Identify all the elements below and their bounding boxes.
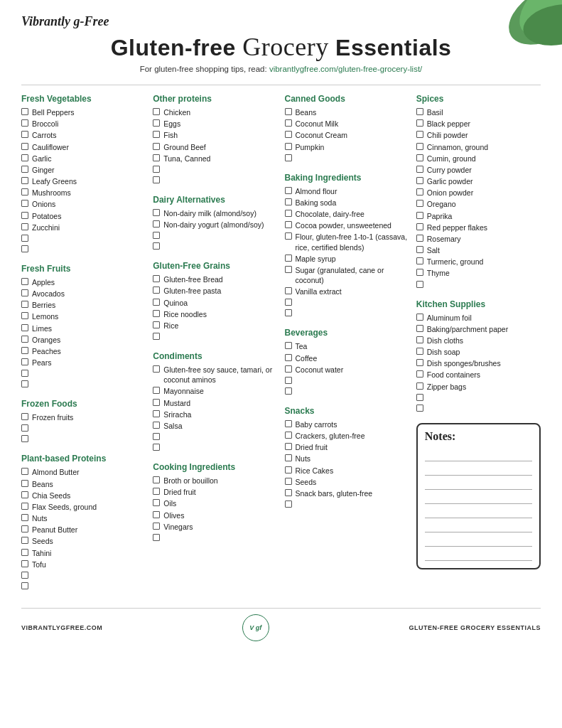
checkbox[interactable]: [153, 476, 160, 483]
checkbox[interactable]: [285, 420, 292, 427]
checkbox[interactable]: [153, 220, 160, 228]
checkbox[interactable]: [153, 333, 160, 340]
checkbox[interactable]: [153, 534, 160, 541]
checkbox[interactable]: [153, 422, 160, 429]
checkbox[interactable]: [285, 255, 292, 262]
checkbox[interactable]: [21, 289, 28, 296]
checkbox[interactable]: [21, 324, 28, 331]
checkbox[interactable]: [21, 278, 28, 285]
checkbox[interactable]: [416, 200, 423, 207]
checkbox[interactable]: [21, 166, 28, 173]
checkbox[interactable]: [416, 154, 423, 161]
checkbox[interactable]: [285, 198, 292, 205]
checkbox[interactable]: [21, 525, 28, 532]
checkbox[interactable]: [21, 468, 28, 475]
checkbox[interactable]: [285, 342, 292, 349]
checkbox[interactable]: [416, 281, 423, 288]
checkbox[interactable]: [21, 131, 28, 138]
checkbox[interactable]: [285, 354, 292, 361]
checkbox[interactable]: [21, 549, 28, 556]
checkbox[interactable]: [21, 235, 28, 242]
checkbox[interactable]: [21, 370, 28, 377]
checkbox[interactable]: [153, 119, 160, 127]
checkbox[interactable]: [416, 370, 423, 378]
subtitle-link[interactable]: vibrantlygfree.com/gluten-free-grocery-l…: [269, 65, 422, 73]
checkbox[interactable]: [285, 309, 292, 316]
checkbox[interactable]: [285, 377, 292, 384]
checkbox[interactable]: [153, 108, 160, 115]
checkbox[interactable]: [153, 410, 160, 417]
checkbox[interactable]: [21, 413, 28, 420]
checkbox[interactable]: [285, 443, 292, 450]
checkbox[interactable]: [285, 210, 292, 217]
checkbox[interactable]: [416, 143, 423, 150]
checkbox[interactable]: [153, 166, 160, 173]
checkbox[interactable]: [285, 299, 292, 306]
checkbox[interactable]: [21, 312, 28, 319]
checkbox[interactable]: [21, 336, 28, 343]
checkbox[interactable]: [153, 176, 160, 183]
checkbox[interactable]: [21, 572, 28, 579]
checkbox[interactable]: [285, 287, 292, 294]
checkbox[interactable]: [153, 321, 160, 328]
checkbox[interactable]: [285, 500, 292, 508]
checkbox[interactable]: [416, 325, 423, 332]
checkbox[interactable]: [416, 119, 423, 127]
checkbox[interactable]: [285, 478, 292, 485]
checkbox[interactable]: [21, 245, 28, 252]
checkbox[interactable]: [285, 154, 292, 161]
checkbox[interactable]: [21, 424, 28, 432]
checkbox[interactable]: [21, 491, 28, 498]
checkbox[interactable]: [416, 405, 423, 412]
checkbox[interactable]: [21, 119, 28, 127]
checkbox[interactable]: [21, 514, 28, 521]
checkbox[interactable]: [285, 365, 292, 373]
checkbox[interactable]: [416, 348, 423, 355]
checkbox[interactable]: [153, 275, 160, 282]
checkbox[interactable]: [416, 131, 423, 138]
checkbox[interactable]: [153, 511, 160, 518]
checkbox[interactable]: [285, 187, 292, 194]
checkbox[interactable]: [416, 269, 423, 276]
checkbox[interactable]: [416, 257, 423, 264]
checkbox[interactable]: [285, 221, 292, 228]
checkbox[interactable]: [416, 166, 423, 173]
checkbox[interactable]: [153, 365, 160, 373]
checkbox[interactable]: [416, 394, 423, 401]
checkbox[interactable]: [285, 131, 292, 138]
checkbox[interactable]: [153, 287, 160, 294]
checkbox[interactable]: [416, 223, 423, 230]
checkbox[interactable]: [416, 359, 423, 366]
checkbox[interactable]: [416, 177, 423, 184]
checkbox[interactable]: [416, 212, 423, 219]
checkbox[interactable]: [285, 454, 292, 461]
checkbox[interactable]: [153, 387, 160, 394]
checkbox[interactable]: [21, 347, 28, 354]
checkbox[interactable]: [153, 232, 160, 239]
checkbox[interactable]: [21, 212, 28, 219]
checkbox[interactable]: [153, 488, 160, 495]
checkbox[interactable]: [285, 108, 292, 115]
checkbox[interactable]: [416, 382, 423, 390]
checkbox[interactable]: [416, 188, 423, 196]
checkbox[interactable]: [153, 242, 160, 250]
checkbox[interactable]: [416, 336, 423, 343]
checkbox[interactable]: [285, 119, 292, 127]
checkbox[interactable]: [21, 177, 28, 184]
checkbox[interactable]: [285, 143, 292, 150]
checkbox[interactable]: [153, 499, 160, 506]
checkbox[interactable]: [153, 444, 160, 451]
checkbox[interactable]: [416, 235, 423, 242]
checkbox[interactable]: [21, 560, 28, 567]
checkbox[interactable]: [285, 432, 292, 439]
checkbox[interactable]: [153, 209, 160, 216]
checkbox[interactable]: [153, 143, 160, 150]
checkbox[interactable]: [21, 358, 28, 365]
checkbox[interactable]: [416, 246, 423, 253]
checkbox[interactable]: [285, 387, 292, 395]
checkbox[interactable]: [153, 523, 160, 530]
checkbox[interactable]: [153, 433, 160, 440]
checkbox[interactable]: [21, 480, 28, 487]
checkbox[interactable]: [153, 299, 160, 306]
checkbox[interactable]: [285, 232, 292, 240]
